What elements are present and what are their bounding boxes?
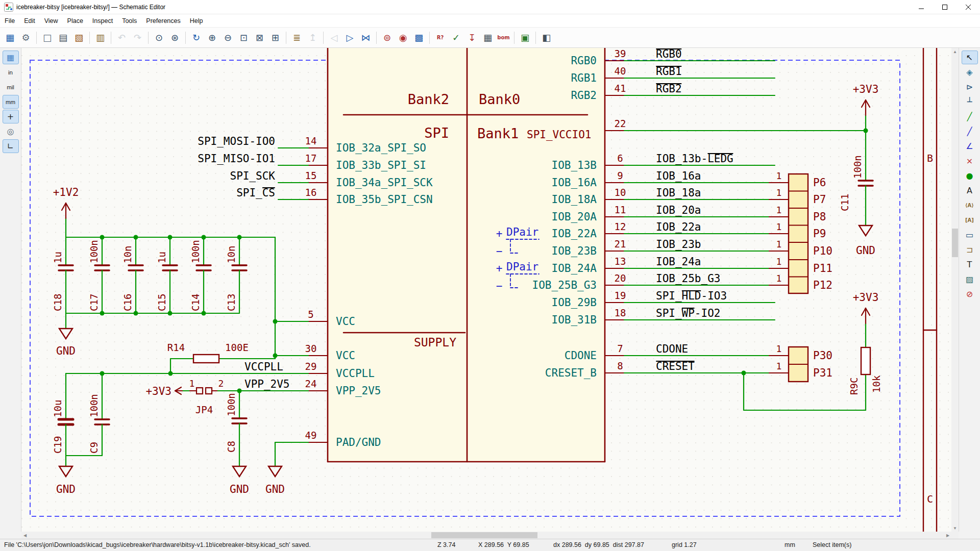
leave-sheet-button[interactable]: ↥ <box>305 30 320 45</box>
component-value[interactable]: 100n <box>88 394 100 417</box>
component-ref[interactable]: R14 <box>167 342 185 353</box>
unit-mils-button[interactable]: mil <box>3 80 19 94</box>
redo-button[interactable]: ↷ <box>130 30 145 45</box>
scroll-right-icon[interactable]: ▶ <box>944 532 951 539</box>
sheet-pin-tool-button[interactable]: ⊐ <box>962 243 978 257</box>
dpair-minus[interactable]: − <box>496 245 503 258</box>
junction[interactable] <box>273 319 278 324</box>
hidden-pins-button[interactable]: ◎ <box>3 124 19 138</box>
pin-name[interactable]: IOB_16A <box>551 177 597 189</box>
net-label[interactable]: RGB1 <box>656 65 682 78</box>
symbol-section-label[interactable]: SPI <box>424 125 449 141</box>
component-value[interactable]: 1u <box>156 252 167 263</box>
component-ref[interactable]: C8 <box>226 441 237 453</box>
horizontal-scrollbar[interactable]: ◀ ▶ <box>21 532 951 539</box>
pin-name[interactable]: IOB_20A <box>551 211 597 223</box>
component-ref[interactable]: C14 <box>190 294 201 311</box>
component-ref[interactable]: C19 <box>52 436 63 454</box>
pin-number[interactable]: 16 <box>305 187 317 198</box>
scroll-up-icon[interactable]: ▲ <box>951 48 959 55</box>
zoom-fit-button[interactable]: ⊡ <box>236 30 251 45</box>
pin-number[interactable]: 30 <box>305 343 317 354</box>
no-connect-tool-button[interactable]: × <box>962 154 978 168</box>
symbol-section-label[interactable]: SUPPLY <box>414 336 456 349</box>
net-label[interactable]: RGB2 <box>656 83 682 95</box>
power-label[interactable]: +3V3 <box>853 291 879 304</box>
connector-symbol[interactable] <box>789 174 808 293</box>
pin-number[interactable]: 49 <box>305 430 317 441</box>
pin-number[interactable]: 1 <box>776 221 782 232</box>
pin-number[interactable]: 18 <box>615 307 626 318</box>
component-value[interactable]: 10u <box>52 400 63 417</box>
pin-name[interactable]: IOB_25B_G3 <box>532 279 597 291</box>
component-ref[interactable]: C9 <box>88 442 100 454</box>
power-label[interactable]: +3V3 <box>145 385 172 397</box>
zoom-selection-button[interactable]: ⊞ <box>268 30 283 45</box>
pin-name[interactable]: VCC <box>336 315 355 328</box>
pin-name[interactable]: IOB_24A <box>551 262 597 274</box>
pin-name[interactable]: IOB_22A <box>551 228 597 240</box>
pin-number[interactable]: 7 <box>617 343 623 354</box>
pin-name[interactable]: P10 <box>813 245 832 257</box>
pin-number[interactable]: 39 <box>615 48 626 59</box>
pin-name[interactable]: P6 <box>813 177 826 189</box>
pin-name[interactable]: IOB_18A <box>551 193 597 206</box>
bom-button[interactable]: bom <box>496 30 511 45</box>
pin-name[interactable]: RGB0 <box>571 55 597 67</box>
pin-number[interactable]: 40 <box>615 65 626 77</box>
menu-tools[interactable]: Tools <box>117 15 141 27</box>
pin-number[interactable]: 12 <box>615 221 626 232</box>
gnd-label[interactable]: GND <box>56 345 76 357</box>
dpair-minus[interactable]: − <box>496 280 503 292</box>
net-label[interactable]: IOB_20a <box>656 204 701 216</box>
symbol-section-label[interactable]: SPI_VCCIO1 <box>527 129 591 141</box>
print-button[interactable]: ▤ <box>56 30 70 45</box>
pin-number[interactable]: 29 <box>305 361 317 372</box>
symbol-section-label[interactable]: Bank2 <box>408 91 449 107</box>
net-label[interactable]: CRESET <box>656 360 695 372</box>
pin-number[interactable]: 8 <box>617 360 623 371</box>
net-label[interactable]: SPI_HLD-IO3 <box>656 290 727 302</box>
draw-bus-tool-button[interactable]: ╱ <box>962 124 978 138</box>
pin-name[interactable]: IOB_29B <box>551 296 597 309</box>
pin-number[interactable]: 6 <box>617 153 623 164</box>
pin-number[interactable]: 21 <box>615 238 626 249</box>
navigate-back-button[interactable]: ◁ <box>327 30 341 45</box>
resistor[interactable] <box>861 347 870 374</box>
net-label[interactable]: CDONE <box>656 343 688 355</box>
pin-number[interactable]: 1 <box>776 273 782 284</box>
pin-name[interactable]: CRESET_B <box>545 367 597 379</box>
dpair-label[interactable]: DPair <box>506 261 538 273</box>
component-value[interactable]: 100n <box>88 240 100 263</box>
pin-name[interactable]: P31 <box>813 367 832 379</box>
zoom-objects-button[interactable]: ⊠ <box>252 30 267 45</box>
pin-number[interactable]: 10 <box>615 187 626 198</box>
select-tool-button[interactable]: ↖ <box>962 51 978 64</box>
symbol-section-label[interactable]: Bank0 <box>479 91 520 107</box>
component-ref[interactable]: R9C <box>848 378 860 395</box>
save-button[interactable]: ▦ <box>3 30 17 45</box>
undo-button[interactable]: ↶ <box>114 30 129 45</box>
pin-name[interactable]: RGB2 <box>571 89 597 102</box>
symbol-fields-table-button[interactable]: ▦ <box>480 30 495 45</box>
find-replace-button[interactable]: ⊛ <box>167 30 182 45</box>
pin-number[interactable]: 14 <box>305 135 317 146</box>
dpair-label[interactable]: DPair <box>506 226 538 238</box>
pin-number[interactable]: 15 <box>305 170 317 181</box>
pin-number[interactable]: 20 <box>615 272 626 284</box>
pin-name[interactable]: IOB_33b_SPI_SI <box>336 159 426 171</box>
dpair-plus[interactable]: + <box>496 228 503 240</box>
pin-name[interactable]: IOB_31B <box>551 314 597 326</box>
mirror-button[interactable]: ⋈ <box>358 30 373 45</box>
scroll-left-icon[interactable]: ◀ <box>21 532 29 539</box>
grid-toggle-button[interactable]: ▦ <box>3 51 19 64</box>
junction-tool-button[interactable]: ● <box>962 169 978 183</box>
component-value[interactable]: 100n <box>226 393 237 416</box>
sheet-tool-button[interactable]: ▭ <box>962 228 978 242</box>
place-power-tool-button[interactable]: ┴ <box>962 95 978 109</box>
close-button[interactable] <box>957 0 980 14</box>
pin-name[interactable]: P12 <box>813 279 832 291</box>
net-label[interactable]: IOB_13b-LEDG <box>656 153 733 165</box>
component-value[interactable]: 10n <box>122 246 133 263</box>
scroll-down-icon[interactable]: ▼ <box>951 524 959 532</box>
